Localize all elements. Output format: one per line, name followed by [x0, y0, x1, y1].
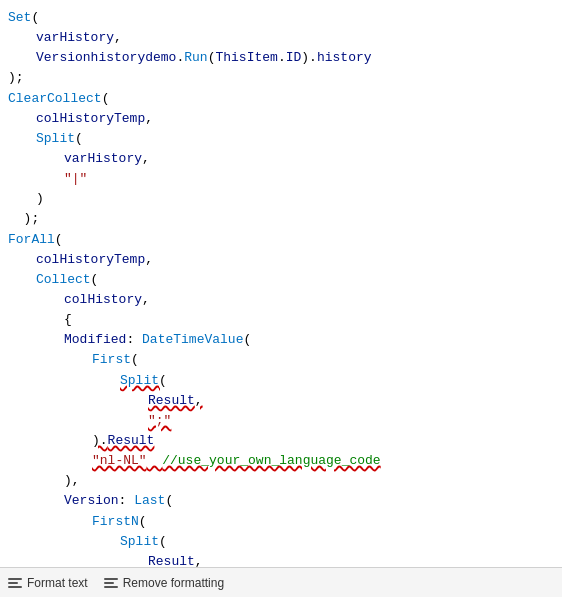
code-line: colHistory,	[8, 290, 562, 310]
code-line: varHistory,	[8, 28, 562, 48]
code-line: First(	[8, 350, 562, 370]
toolbar: Format text Remove formatting	[0, 567, 562, 597]
remove-formatting-button[interactable]: Remove formatting	[104, 576, 224, 590]
code-line: Collect(	[8, 270, 562, 290]
code-line: {	[8, 310, 562, 330]
code-line: Split(	[8, 129, 562, 149]
code-line: );	[8, 68, 562, 88]
code-line: ";"	[8, 411, 562, 431]
code-line: Split(	[8, 371, 562, 391]
format-text-label: Format text	[27, 576, 88, 590]
code-line: Set(	[8, 8, 562, 28]
remove-formatting-label: Remove formatting	[123, 576, 224, 590]
code-line: colHistoryTemp,	[8, 250, 562, 270]
code-line: Result,	[8, 552, 562, 567]
code-line: ).Result	[8, 431, 562, 451]
code-line: colHistoryTemp,	[8, 109, 562, 129]
code-line: "nl-NL" //use_your_own_language_code	[8, 451, 562, 471]
code-line: Modified: DateTimeValue(	[8, 330, 562, 350]
code-line: Versionhistorydemo.Run(ThisItem.ID).hist…	[8, 48, 562, 68]
remove-formatting-icon	[104, 578, 118, 588]
code-line: ),	[8, 471, 562, 491]
code-line: );	[8, 209, 562, 229]
format-text-button[interactable]: Format text	[8, 576, 88, 590]
format-text-icon	[8, 578, 22, 588]
code-line: Version: Last(	[8, 491, 562, 511]
code-line: Split(	[8, 532, 562, 552]
code-editor: Set(varHistory,Versionhistorydemo.Run(Th…	[0, 0, 562, 567]
code-line: Result,	[8, 391, 562, 411]
code-line: ClearCollect(	[8, 89, 562, 109]
code-line: ForAll(	[8, 230, 562, 250]
code-line: "|"	[8, 169, 562, 189]
code-line: varHistory,	[8, 149, 562, 169]
code-line: )	[8, 189, 562, 209]
code-line: FirstN(	[8, 512, 562, 532]
